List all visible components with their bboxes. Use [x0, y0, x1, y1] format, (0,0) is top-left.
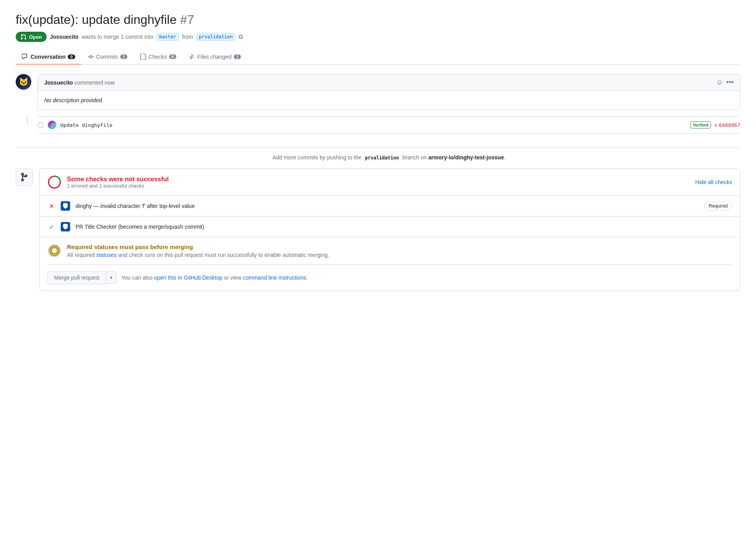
push-info-branch: prvalidation [363, 154, 401, 161]
tab-commits[interactable]: Commits 1 [81, 50, 134, 65]
hide-all-checks-link[interactable]: Hide all checks [695, 179, 732, 185]
svg-point-0 [90, 56, 92, 58]
push-info-text-before: Add more commits by pushing to the [273, 154, 362, 161]
pr-number: #7 [180, 13, 194, 27]
merge-warning-icon [47, 244, 61, 258]
comment-actions: ☺ ••• [716, 78, 734, 87]
commit-hash[interactable]: ✕ 6488967 [714, 122, 740, 128]
comment-meta: Jossuecito commented now [44, 79, 115, 86]
merge-warning-title: Required statuses must pass before mergi… [67, 244, 329, 250]
emoji-reaction-button[interactable]: ☺ [716, 78, 723, 87]
comment-body: No description provided. [38, 91, 740, 110]
checks-subtitle: 1 errored and 1 successful checks [67, 183, 169, 189]
tab-conversation[interactable]: Conversation 0 [16, 50, 81, 65]
comment-more-options-button[interactable]: ••• [726, 78, 734, 87]
commits-icon [88, 54, 94, 60]
checks-content: Some checks were not successful 1 errore… [39, 168, 740, 291]
push-info-repo[interactable]: armory-io/dinghy-test-jossue [429, 154, 504, 161]
files-changed-icon [189, 54, 195, 60]
pr-status-badge: Open [16, 32, 47, 42]
checks-status-icon [47, 175, 61, 189]
avatar: 🐱 [16, 74, 31, 90]
check-pr-title-name: PR Title Checker (becomes a merge/squash… [76, 224, 732, 230]
checks-header-left: Some checks were not successful 1 errore… [47, 175, 169, 189]
tab-commits-count: 1 [120, 54, 127, 59]
merge-warning-block: Required statuses must pass before mergi… [40, 237, 740, 291]
commit-author-avatar: 🌈 [48, 121, 56, 129]
x-mark-icon: ✕ [714, 122, 717, 128]
commit-dot [38, 122, 44, 128]
dinghy-service-icon [61, 201, 70, 211]
tab-checks-count: 0 [169, 54, 176, 59]
tab-files-changed-count: 1 [234, 54, 241, 59]
pr-meta-text: wants to merge 1 commit into [81, 34, 153, 40]
copy-branch-icon[interactable]: ⧉ [239, 33, 243, 40]
base-branch-label[interactable]: master [156, 33, 179, 41]
merge-options-dropdown[interactable]: ▾ [106, 271, 117, 284]
comment-thread: 🐱 Jossuecito commented now ☺ ••• No desc… [16, 74, 740, 110]
svg-point-2 [22, 179, 24, 181]
comment-author[interactable]: Jossuecito [44, 79, 73, 86]
open-in-desktop-link[interactable]: open this in GitHub Desktop [154, 275, 222, 281]
git-pr-icon [20, 34, 27, 40]
comment-header: Jossuecito commented now ☺ ••• [38, 74, 740, 91]
section-divider [16, 148, 740, 148]
pr-title: fix(update): update dinghyfile #7 [16, 13, 740, 27]
status-label: Open [29, 34, 42, 40]
tab-files-changed[interactable]: Files changed 1 [183, 50, 247, 65]
head-branch-label[interactable]: prvalidation [196, 33, 236, 41]
checks-header: Some checks were not successful 1 errore… [40, 169, 740, 195]
command-line-link[interactable]: command line instructions [243, 275, 306, 281]
tab-files-changed-label: Files changed [197, 54, 232, 60]
merge-warning-text-block: Required statuses must pass before mergi… [67, 244, 329, 258]
merge-warning-body: All required statuses and check runs on … [67, 252, 329, 258]
comment-body-text: No description provided. [44, 97, 103, 103]
checks-icon-col [16, 168, 33, 291]
statuses-link[interactable]: statuses [96, 252, 117, 258]
tab-conversation-label: Conversation [31, 54, 65, 60]
comment-time: commented now [74, 79, 115, 86]
required-badge: Required [704, 202, 732, 210]
tab-checks-label: Checks [148, 54, 167, 60]
check-row-dinghy: ✕ dinghy — invalid character 'f' after t… [40, 195, 740, 216]
shield-icon-2 [62, 224, 69, 230]
merge-warning: Required statuses must pass before mergi… [47, 244, 732, 265]
tab-conversation-count: 0 [68, 54, 75, 59]
push-info: Add more commits by pushing to the prval… [16, 154, 740, 161]
tab-checks[interactable]: Checks 0 [134, 50, 183, 65]
tab-commits-label: Commits [96, 54, 118, 60]
check-dinghy-name: dinghy — invalid character 'f' after top… [76, 203, 699, 209]
checks-header-text: Some checks were not successful 1 errore… [67, 176, 169, 189]
svg-point-7 [51, 247, 58, 254]
check-pass-icon: ✓ [47, 223, 55, 231]
svg-point-1 [22, 173, 24, 175]
tab-bar: Conversation 0 Commits 1 Checks 0 Files … [16, 50, 740, 65]
pr-title-text: fix(update): update dinghyfile [16, 13, 177, 27]
merge-pull-request-button[interactable]: Merge pull request [47, 271, 106, 284]
from-text: from [182, 34, 193, 40]
merge-button-group: Merge pull request ▾ [47, 271, 117, 284]
checks-icon [140, 54, 146, 60]
comment-box: Jossuecito commented now ☺ ••• No descri… [38, 74, 740, 110]
thread-connector [27, 116, 28, 124]
check-fail-icon: ✕ [47, 202, 55, 210]
git-merge-icon-box [16, 168, 33, 186]
verified-badge: Verified [690, 121, 711, 128]
commit-message[interactable]: Update dinghyfile [60, 122, 685, 128]
pr-meta: Open Jossuecito wants to merge 1 commit … [16, 32, 740, 42]
checks-title: Some checks were not successful [67, 176, 169, 183]
check-row-pr-title: ✓ PR Title Checker (becomes a merge/squa… [40, 216, 740, 237]
conversation-icon [22, 54, 28, 60]
shield-icon [62, 203, 69, 209]
merge-or-text: You can also open this in GitHub Desktop… [121, 275, 308, 281]
pr-title-service-icon [61, 222, 70, 231]
merge-actions: Merge pull request ▾ You can also open t… [47, 271, 732, 284]
git-merge-icon [20, 172, 29, 182]
pr-author[interactable]: Jossuecito [50, 34, 78, 40]
commit-hash-value: 6488967 [719, 122, 740, 128]
checks-section: Some checks were not successful 1 errore… [16, 168, 740, 291]
push-info-text-mid: branch on [402, 154, 427, 161]
